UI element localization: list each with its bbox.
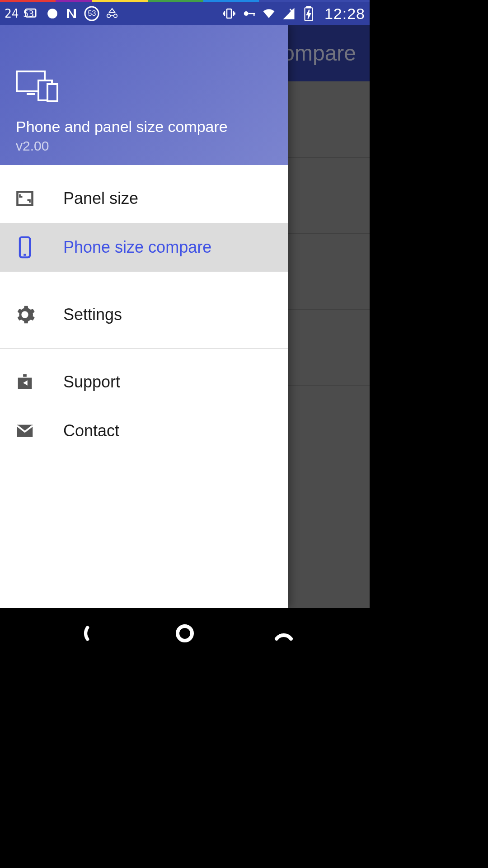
phone-icon	[14, 236, 36, 259]
drawer-item-contact[interactable]: Contact	[0, 406, 288, 455]
dot-icon	[46, 7, 59, 20]
battery-charging-icon	[302, 7, 315, 20]
svg-rect-3	[227, 9, 231, 18]
svg-point-1	[48, 9, 58, 19]
nav-recents-button[interactable]	[270, 620, 297, 647]
vibrate-icon	[222, 7, 236, 20]
status-badge-2: 53	[23, 8, 34, 19]
status-left-group: 24 53 53	[5, 5, 222, 22]
app-logo-icon	[16, 71, 59, 102]
panel-size-icon	[14, 187, 36, 210]
nav-drawer: Phone and panel size compare v2.00 Panel…	[0, 25, 288, 608]
key-icon	[242, 7, 256, 20]
drawer-item-phone-size-compare[interactable]: Phone size compare	[0, 223, 288, 272]
drawer-item-label: Contact	[63, 421, 119, 440]
status-right-group: 12:28	[222, 5, 365, 23]
screen-root: 24 53 53	[0, 0, 370, 658]
drawer-item-label: Settings	[63, 305, 122, 324]
drawer-version: v2.00	[16, 138, 272, 154]
status-rainbow-stripe	[0, 0, 370, 2]
drawer-title: Phone and panel size compare	[16, 118, 272, 136]
drawer-item-label: Phone size compare	[63, 238, 211, 257]
wifi-icon	[262, 7, 276, 20]
svg-rect-6	[307, 6, 311, 8]
gear-icon	[14, 303, 36, 326]
support-icon	[14, 371, 36, 393]
svg-point-17	[178, 626, 192, 641]
status-clock: 12:28	[324, 5, 365, 23]
drawer-item-panel-size[interactable]: Panel size	[0, 174, 288, 223]
drawer-item-label: Support	[63, 373, 120, 392]
svg-point-4	[244, 11, 249, 16]
drawer-item-settings[interactable]: Settings	[0, 290, 288, 339]
svg-rect-8	[27, 93, 35, 95]
drawer-list: Panel size Phone size compare	[0, 165, 288, 608]
drawer-item-label: Panel size	[63, 189, 138, 208]
nav-back-button[interactable]	[72, 620, 99, 647]
status-badge-1: 24	[5, 7, 19, 20]
mail-icon	[14, 420, 36, 442]
n-letter-icon	[65, 7, 78, 20]
circle-number-icon: 53	[84, 5, 100, 22]
android-nav-bar	[0, 608, 370, 658]
incognito-icon	[105, 7, 119, 20]
svg-rect-11	[47, 84, 57, 101]
svg-rect-13	[18, 192, 33, 205]
status-bar: 24 53 53	[0, 2, 370, 25]
drawer-item-support[interactable]: Support	[0, 358, 288, 406]
nav-home-button[interactable]	[171, 620, 198, 647]
signal-icon	[282, 7, 296, 20]
drawer-header: Phone and panel size compare v2.00	[0, 25, 288, 165]
